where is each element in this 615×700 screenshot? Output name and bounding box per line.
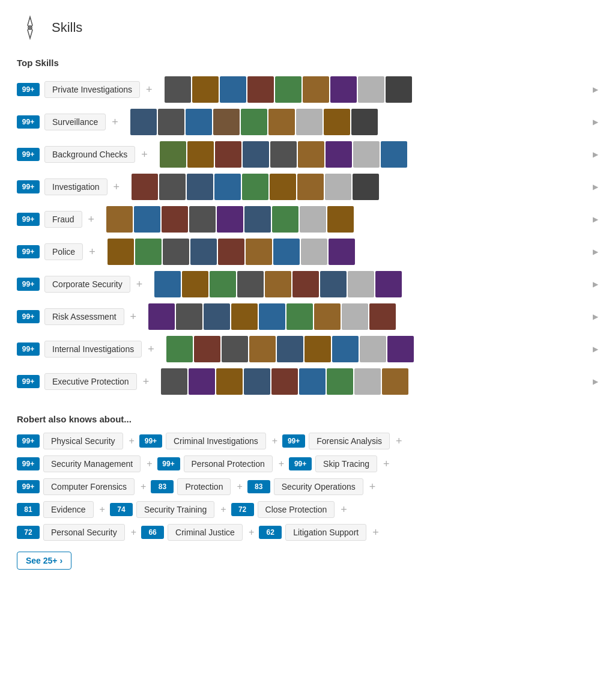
avatar[interactable] bbox=[351, 109, 378, 135]
avatar[interactable] bbox=[218, 239, 244, 265]
avatar[interactable] bbox=[268, 109, 295, 135]
add-also-knows-icon[interactable]: + bbox=[372, 526, 379, 539]
add-skill-icon[interactable]: + bbox=[146, 84, 153, 96]
avatar[interactable] bbox=[375, 271, 402, 297]
avatar[interactable] bbox=[265, 271, 291, 297]
avatar[interactable] bbox=[216, 368, 243, 395]
avatar[interactable] bbox=[161, 368, 187, 395]
add-skill-icon[interactable]: + bbox=[88, 213, 95, 226]
avatar[interactable] bbox=[301, 239, 327, 265]
add-also-knows-icon[interactable]: + bbox=[383, 458, 390, 470]
avatar[interactable] bbox=[165, 76, 191, 103]
avatar[interactable] bbox=[108, 239, 134, 265]
add-skill-icon[interactable]: + bbox=[130, 311, 137, 323]
avatar[interactable] bbox=[160, 141, 186, 168]
avatar[interactable] bbox=[272, 206, 298, 233]
avatar[interactable] bbox=[303, 76, 329, 103]
add-also-knows-icon[interactable]: + bbox=[369, 481, 376, 493]
avatar[interactable] bbox=[270, 141, 297, 168]
avatar[interactable] bbox=[329, 239, 355, 265]
avatar[interactable] bbox=[243, 141, 269, 168]
avatar[interactable] bbox=[132, 174, 158, 200]
avatar[interactable] bbox=[213, 109, 240, 135]
avatar[interactable] bbox=[231, 303, 258, 330]
avatar[interactable] bbox=[135, 239, 162, 265]
add-also-knows-icon[interactable]: + bbox=[341, 504, 347, 516]
expand-icon[interactable]: ▶ bbox=[593, 280, 598, 288]
avatar[interactable] bbox=[249, 336, 276, 362]
avatar[interactable] bbox=[386, 76, 412, 103]
add-skill-icon[interactable]: + bbox=[112, 116, 118, 129]
avatar[interactable] bbox=[158, 109, 184, 135]
avatar[interactable] bbox=[187, 141, 214, 168]
avatar[interactable] bbox=[134, 206, 160, 233]
avatar[interactable] bbox=[148, 303, 175, 330]
avatar[interactable] bbox=[194, 336, 220, 362]
expand-icon[interactable]: ▶ bbox=[593, 312, 598, 321]
expand-icon[interactable]: ▶ bbox=[593, 248, 598, 256]
avatar[interactable] bbox=[348, 271, 374, 297]
avatar[interactable] bbox=[190, 239, 217, 265]
avatar[interactable] bbox=[162, 206, 188, 233]
avatar[interactable] bbox=[166, 336, 193, 362]
avatar[interactable] bbox=[327, 206, 354, 233]
avatar[interactable] bbox=[186, 109, 212, 135]
avatar[interactable] bbox=[130, 109, 157, 135]
avatar[interactable] bbox=[241, 109, 267, 135]
avatar[interactable] bbox=[210, 271, 236, 297]
avatar[interactable] bbox=[381, 141, 407, 168]
avatar[interactable] bbox=[176, 303, 202, 330]
avatar[interactable] bbox=[182, 271, 208, 297]
avatar[interactable] bbox=[222, 336, 248, 362]
avatar[interactable] bbox=[296, 109, 323, 135]
expand-icon[interactable]: ▶ bbox=[593, 215, 598, 224]
avatar[interactable] bbox=[369, 303, 396, 330]
avatar[interactable] bbox=[353, 141, 380, 168]
avatar[interactable] bbox=[163, 239, 189, 265]
expand-icon[interactable]: ▶ bbox=[593, 118, 598, 126]
avatar[interactable] bbox=[189, 206, 216, 233]
avatar[interactable] bbox=[189, 368, 215, 395]
avatar[interactable] bbox=[382, 368, 408, 395]
avatar[interactable] bbox=[387, 336, 414, 362]
add-skill-icon[interactable]: + bbox=[136, 278, 143, 291]
avatar[interactable] bbox=[204, 303, 230, 330]
add-also-knows-icon[interactable]: + bbox=[396, 435, 402, 448]
avatar[interactable] bbox=[247, 76, 274, 103]
avatar[interactable] bbox=[270, 174, 296, 200]
avatar[interactable] bbox=[242, 174, 268, 200]
avatar[interactable] bbox=[244, 368, 270, 395]
avatar[interactable] bbox=[244, 206, 271, 233]
avatar[interactable] bbox=[358, 76, 384, 103]
avatar[interactable] bbox=[342, 303, 368, 330]
avatar[interactable] bbox=[277, 336, 303, 362]
avatar[interactable] bbox=[304, 336, 331, 362]
avatar[interactable] bbox=[332, 336, 359, 362]
avatar[interactable] bbox=[259, 303, 285, 330]
add-skill-icon[interactable]: + bbox=[89, 246, 95, 258]
expand-icon[interactable]: ▶ bbox=[593, 150, 598, 159]
avatar[interactable] bbox=[354, 368, 381, 395]
avatar[interactable] bbox=[273, 239, 300, 265]
avatar[interactable] bbox=[325, 174, 351, 200]
avatar[interactable] bbox=[187, 174, 213, 200]
avatar[interactable] bbox=[360, 336, 386, 362]
avatar[interactable] bbox=[192, 76, 219, 103]
avatar[interactable] bbox=[299, 368, 326, 395]
add-skill-icon[interactable]: + bbox=[114, 181, 120, 193]
avatar[interactable] bbox=[215, 141, 241, 168]
see-more-button[interactable]: See 25+ › bbox=[17, 552, 71, 570]
add-skill-icon[interactable]: + bbox=[148, 343, 154, 356]
avatar[interactable] bbox=[237, 271, 264, 297]
avatar[interactable] bbox=[220, 76, 246, 103]
expand-icon[interactable]: ▶ bbox=[593, 85, 598, 94]
avatar[interactable] bbox=[214, 174, 241, 200]
avatar[interactable] bbox=[246, 239, 272, 265]
avatar[interactable] bbox=[320, 271, 347, 297]
expand-icon[interactable]: ▶ bbox=[593, 183, 598, 191]
avatar[interactable] bbox=[330, 76, 357, 103]
avatar[interactable] bbox=[159, 174, 186, 200]
avatar[interactable] bbox=[314, 303, 341, 330]
avatar[interactable] bbox=[326, 141, 352, 168]
avatar[interactable] bbox=[106, 206, 133, 233]
